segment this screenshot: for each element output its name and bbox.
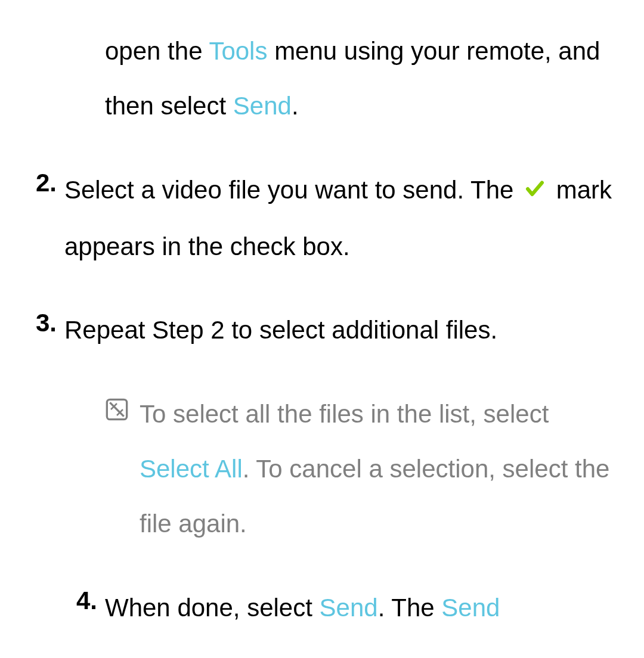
step-number: 4.	[76, 581, 105, 635]
step-2: 2. Select a video file you want to send.…	[36, 163, 614, 274]
svg-line-1	[110, 402, 123, 416]
text: When done, select	[105, 594, 320, 622]
text: Select a video file you want to send. Th…	[64, 176, 521, 204]
step-body: Repeat Step 2 to select additional files…	[64, 303, 614, 358]
note-icon	[105, 387, 140, 552]
step-body: Select a video file you want to send. Th…	[64, 163, 614, 274]
step-number: 2.	[36, 163, 64, 274]
send-link: Send	[441, 594, 500, 622]
tools-link: Tools	[209, 37, 267, 65]
step-body: When done, select Send. The Send	[105, 581, 614, 635]
checkmark-icon	[524, 164, 546, 219]
send-link: Send	[233, 92, 292, 120]
step-3: 3. Repeat Step 2 to select additional fi…	[36, 303, 614, 358]
step-4: 4. When done, select Send. The Send	[36, 581, 614, 635]
text: open the	[105, 37, 209, 65]
text: To select all the files in the list, sel…	[140, 400, 549, 428]
note: To select all the files in the list, sel…	[105, 387, 614, 552]
send-link: Send	[320, 594, 378, 622]
text: .	[292, 92, 299, 120]
step-1-continuation: open the Tools menu using your remote, a…	[105, 24, 614, 134]
step-number: 3.	[36, 303, 64, 358]
note-body: To select all the files in the list, sel…	[140, 387, 614, 552]
select-all-link: Select All	[140, 455, 243, 483]
text: . The	[378, 594, 442, 622]
